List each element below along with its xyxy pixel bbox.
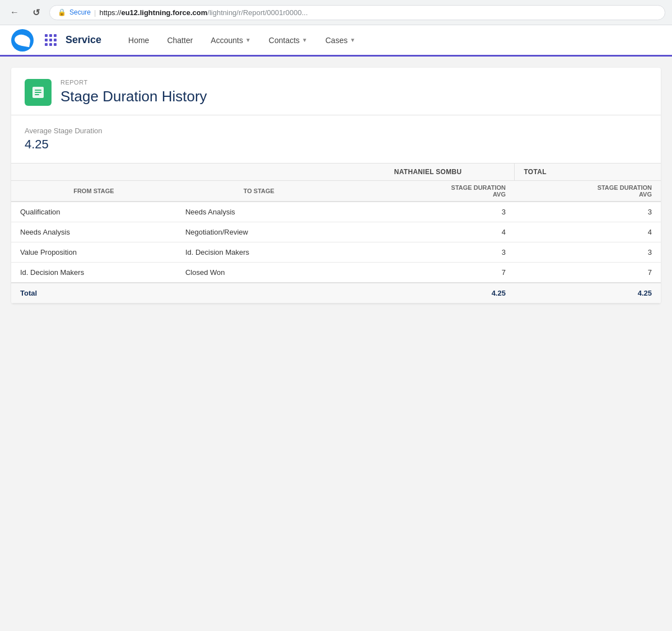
dots-row-2	[45, 39, 57, 41]
to-stage-cell: Closed Won	[176, 263, 342, 283]
salesforce-logo[interactable]	[11, 29, 34, 52]
dot	[54, 39, 57, 41]
stage-duration-total-header: STAGE DURATION Avg	[515, 181, 661, 202]
dots-row-3	[45, 43, 57, 46]
to-stage-header: TO STAGE	[176, 181, 342, 202]
table-body: Qualification Needs Analysis 3 3 Needs A…	[11, 202, 661, 303]
address-bar[interactable]: 🔒 Secure | https://eu12.lightning.force.…	[49, 5, 665, 20]
to-stage-cell: Needs Analysis	[176, 202, 342, 222]
nav-app-name: Service	[66, 34, 101, 46]
salesforce-nav: Service Home Chatter Accounts ▼ Contacts…	[0, 25, 672, 57]
table-row: Needs Analysis Negotiation/Review 4 4	[11, 222, 661, 242]
report-header: REPORT Stage Duration History	[11, 68, 661, 115]
url-text: https://eu12.lightning.force.com/lightni…	[99, 8, 307, 17]
table-row: Value Proposition Id. Decision Makers 3 …	[11, 242, 661, 263]
from-stage-cell: Id. Decision Makers	[11, 263, 176, 283]
total-total-val: 4.25	[515, 283, 661, 303]
dot	[49, 39, 52, 41]
owner-val-cell: 4	[342, 222, 515, 242]
app-switcher[interactable]	[43, 32, 59, 48]
report-table: NATHANIEL SOMBU Total FROM STAGE TO STAG…	[11, 163, 661, 303]
browser-chrome: ← ↺ 🔒 Secure | https://eu12.lightning.fo…	[0, 0, 672, 25]
svg-rect-1	[35, 90, 41, 91]
empty-header	[11, 163, 342, 181]
total-val-cell: 7	[515, 263, 661, 283]
owner-val-cell: 7	[342, 263, 515, 283]
total-header: Total	[515, 163, 661, 181]
col-group-header-row: NATHANIEL SOMBU Total	[11, 163, 661, 181]
to-stage-cell: Negotiation/Review	[176, 222, 342, 242]
dot	[45, 43, 48, 46]
dot	[45, 34, 48, 37]
dot	[49, 34, 52, 37]
browser-toolbar: ← ↺ 🔒 Secure | https://eu12.lightning.fo…	[0, 0, 672, 25]
report-title: Stage Duration History	[60, 88, 207, 105]
data-table: NATHANIEL SOMBU Total FROM STAGE TO STAG…	[11, 163, 661, 303]
divider: |	[94, 8, 96, 17]
chevron-down-icon: ▼	[302, 37, 307, 43]
secure-text: Secure	[69, 8, 91, 16]
nav-item-cases[interactable]: Cases ▼	[316, 25, 365, 56]
to-stage-cell: Id. Decision Makers	[176, 242, 342, 263]
nav-item-chatter[interactable]: Chatter	[158, 25, 202, 56]
from-stage-cell: Value Proposition	[11, 242, 176, 263]
salesforce-logo-cloud	[13, 33, 31, 47]
svg-rect-3	[35, 94, 39, 95]
chevron-down-icon: ▼	[350, 37, 356, 43]
dot	[49, 43, 52, 46]
from-stage-header: FROM STAGE	[11, 181, 176, 202]
svg-rect-2	[35, 92, 41, 93]
total-val-cell: 3	[515, 202, 661, 222]
table-row: Qualification Needs Analysis 3 3	[11, 202, 661, 222]
main-content: REPORT Stage Duration History Average St…	[0, 57, 672, 560]
summary-value: 4.25	[25, 137, 647, 152]
dot	[45, 39, 48, 41]
from-stage-cell: Needs Analysis	[11, 222, 176, 242]
nav-item-contacts[interactable]: Contacts ▼	[260, 25, 316, 56]
total-label: Total	[11, 283, 342, 303]
total-val-cell: 4	[515, 222, 661, 242]
stage-duration-owner-header: STAGE DURATION Avg	[342, 181, 515, 202]
nav-item-accounts[interactable]: Accounts ▼	[202, 25, 260, 56]
chevron-down-icon: ▼	[245, 37, 251, 43]
report-icon	[25, 79, 52, 106]
back-button[interactable]: ←	[7, 4, 22, 20]
report-title-area: REPORT Stage Duration History	[60, 79, 207, 105]
owner-val-cell: 3	[342, 242, 515, 263]
total-val-cell: 3	[515, 242, 661, 263]
nav-item-home[interactable]: Home	[119, 25, 158, 56]
report-summary: Average Stage Duration 4.25	[11, 115, 661, 163]
table-row: Id. Decision Makers Closed Won 7 7	[11, 263, 661, 283]
owner-header: NATHANIEL SOMBU	[342, 163, 515, 181]
dot	[54, 43, 57, 46]
refresh-button[interactable]: ↺	[28, 4, 44, 20]
report-label: REPORT	[60, 79, 207, 86]
total-row: Total 4.25 4.25	[11, 283, 661, 303]
summary-label: Average Stage Duration	[25, 127, 647, 135]
from-stage-cell: Qualification	[11, 202, 176, 222]
owner-val-cell: 3	[342, 202, 515, 222]
dots-row-1	[45, 34, 57, 37]
lock-icon: 🔒	[58, 8, 66, 16]
col-sub-header-row: FROM STAGE TO STAGE STAGE DURATION Avg S…	[11, 181, 661, 202]
dot	[54, 34, 57, 37]
report-container: REPORT Stage Duration History Average St…	[11, 68, 661, 303]
total-owner-val: 4.25	[342, 283, 515, 303]
